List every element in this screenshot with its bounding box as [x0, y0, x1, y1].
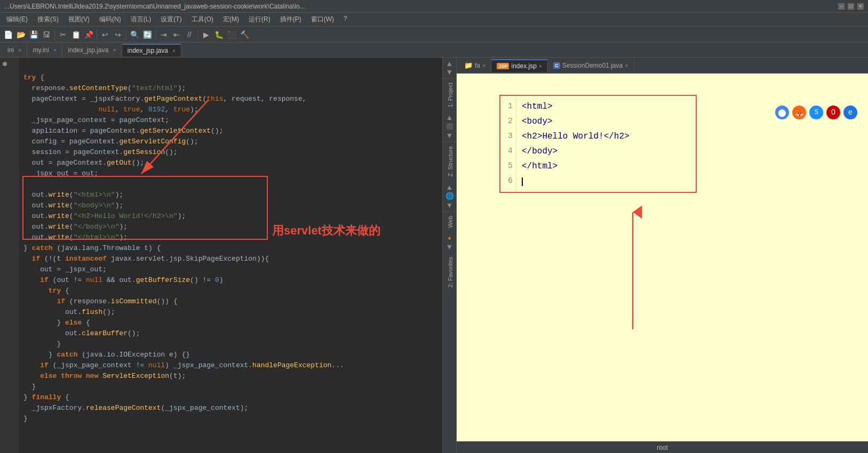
toolbar-copy[interactable]: 📋 [70, 29, 82, 41]
toolbar-outdent[interactable]: ⇤ [171, 29, 182, 41]
menu-window[interactable]: 窗口(W) [307, 14, 338, 25]
tab-indexjsp1[interactable]: index_jsp.java × [62, 44, 122, 56]
nav-up-3[interactable]: ▲ [446, 183, 453, 191]
nav-down-3[interactable]: ▼ [446, 201, 453, 209]
editor-area[interactable]: try { response.setContentType("text/html… [0, 58, 442, 453]
browser-safari[interactable]: S [809, 106, 823, 119]
toolbar-build[interactable]: 🔨 [238, 29, 250, 41]
separator-5 [197, 29, 198, 40]
toolbar-save-all[interactable]: 🖫 [41, 29, 52, 41]
right-tab-sessiondemo-close[interactable]: × [625, 62, 628, 69]
preview-linenum-4: 4 [504, 144, 513, 159]
toolbar-replace[interactable]: 🔄 [141, 29, 153, 41]
browser-chrome[interactable]: ⬤ [775, 106, 789, 119]
tab-myini[interactable]: my.ini × [27, 44, 62, 56]
nav-up-2[interactable]: ▲ [446, 114, 453, 121]
right-tab-sessiondemo[interactable]: C SessionDemo01.java × [548, 60, 634, 71]
right-tab-indexjsp[interactable]: JSP index.jsp × [491, 59, 548, 72]
tab-myini-label: my.ini [33, 46, 49, 54]
web-icon: 🌐 [445, 192, 454, 200]
title-bar: ...Users\LEBRON\.IntelliJIdea2019.2\syst… [0, 0, 868, 13]
menu-help[interactable]: ? [339, 14, 352, 25]
preview-linenum-3: 3 [504, 129, 513, 144]
menu-bar: 编辑(E) 搜索(S) 视图(V) 编码(N) 语言(L) 设置(T) 工具(O… [0, 13, 868, 27]
toolbar-cut[interactable]: ✂ [57, 29, 69, 41]
code-editor[interactable]: try { response.setContentType("text/html… [19, 58, 442, 453]
toolbar-redo[interactable]: ↪ [112, 29, 124, 41]
side-label-favorites[interactable]: 2: Favorites [443, 253, 456, 292]
tab-ini-label: ini [7, 46, 14, 54]
nav-down-2[interactable]: ▼ [446, 132, 453, 139]
side-label-structure[interactable]: Z: Structure [443, 141, 456, 181]
menu-macro[interactable]: 宏(M) [219, 14, 243, 25]
menu-search[interactable]: 搜索(S) [33, 14, 63, 25]
toolbar-stop[interactable]: ⬛ [226, 29, 237, 41]
maximize-button[interactable]: □ [848, 3, 854, 10]
menu-language[interactable]: 语言(L) [126, 14, 156, 25]
toolbar-paste[interactable]: 📌 [83, 29, 94, 41]
java-badge: C [553, 62, 560, 69]
star-icon: ★ [448, 234, 451, 242]
tab-ini-close[interactable]: × [18, 47, 21, 53]
gutter-dot [3, 62, 7, 66]
toolbar-debug[interactable]: 🐛 [213, 29, 225, 41]
side-icon [447, 123, 453, 130]
separator-3 [126, 29, 126, 40]
right-tab-fa-close[interactable]: × [482, 62, 485, 69]
menu-view[interactable]: 视图(V) [64, 14, 94, 25]
side-label-web[interactable]: Web [443, 211, 456, 232]
toolbar-find[interactable]: 🔍 [129, 29, 140, 41]
browser-icons-panel: ⬤ 🦊 S O e [775, 106, 857, 119]
nav-down-arrow[interactable]: ▼ [446, 68, 453, 76]
menu-edit[interactable]: 编辑(E) [2, 14, 32, 25]
menu-settings[interactable]: 设置(T) [156, 14, 186, 25]
preview-container: ⬤ 🦊 S O e 1 2 3 4 5 [457, 74, 868, 441]
preview-line-5: </html> [522, 159, 630, 174]
toolbar-run[interactable]: ▶ [200, 29, 212, 41]
tab-ini[interactable]: ini × [2, 44, 27, 56]
right-tab-sessiondemo-label: SessionDemo01.java [562, 62, 623, 69]
menu-plugins[interactable]: 插件(P) [276, 14, 306, 25]
title-path: ...Users\LEBRON\.IntelliJIdea2019.2\syst… [4, 3, 305, 10]
preview-code-lines[interactable]: <html> <body> <h2>Hello World!</h2> </bo… [516, 96, 635, 192]
close-button[interactable]: × [857, 3, 864, 10]
gutter-icons [0, 58, 10, 453]
preview-line-numbers: 1 2 3 4 5 6 [500, 96, 516, 192]
tab-indexjsp1-label: index_jsp.java [68, 46, 108, 54]
preview-line-1: <html> [522, 99, 630, 114]
jsp-badge: JSP [497, 63, 509, 69]
separator-1 [54, 29, 55, 40]
menu-tools[interactable]: 工具(O) [187, 14, 218, 25]
right-tab-fa[interactable]: 📁 fa × [459, 59, 491, 71]
separator-2 [97, 29, 97, 40]
menu-encode[interactable]: 编码(N) [95, 14, 125, 25]
toolbar-comment[interactable]: // [184, 29, 195, 41]
tab-indexjsp2-label: index_jsp.java [128, 47, 168, 54]
browser-opera[interactable]: O [826, 106, 840, 119]
nav-up-arrow[interactable]: ▲ [446, 60, 453, 67]
toolbar-open[interactable]: 📂 [15, 29, 27, 41]
tab-indexjsp2-close[interactable]: × [172, 47, 176, 54]
toolbar: 📄 📂 💾 🖫 ✂ 📋 📌 ↩ ↪ 🔍 🔄 ⇥ ⇤ // ▶ 🐛 ⬛ 🔨 [0, 27, 868, 43]
side-label-project[interactable]: 1: Project [443, 78, 456, 111]
toolbar-indent[interactable]: ⇥ [158, 29, 170, 41]
preview-line-2: <body> [522, 114, 630, 129]
browser-ie[interactable]: e [843, 106, 857, 119]
browser-firefox[interactable]: 🦊 [792, 106, 806, 119]
toolbar-save[interactable]: 💾 [28, 29, 39, 41]
tab-myini-close[interactable]: × [53, 47, 57, 53]
minimize-button[interactable]: − [838, 3, 845, 10]
preview-linenum-6: 6 [504, 174, 513, 189]
preview-linenum-2: 2 [504, 114, 513, 129]
preview-line-3: <h2>Hello World!</h2> [522, 129, 630, 144]
menu-run[interactable]: 运行(R) [244, 14, 275, 25]
toolbar-undo[interactable]: ↩ [99, 29, 111, 41]
tab-indexjsp2[interactable]: index_jsp.java × [122, 44, 182, 56]
toolbar-new[interactable]: 📄 [2, 29, 14, 41]
right-tab-indexjsp-close[interactable]: × [539, 63, 542, 69]
tab-indexjsp1-close[interactable]: × [113, 47, 116, 53]
fa-icon: 📁 [464, 61, 473, 69]
separator-4 [155, 29, 156, 40]
preview-line-4: </body> [522, 144, 630, 159]
nav-down-4[interactable]: ▼ [446, 243, 453, 250]
